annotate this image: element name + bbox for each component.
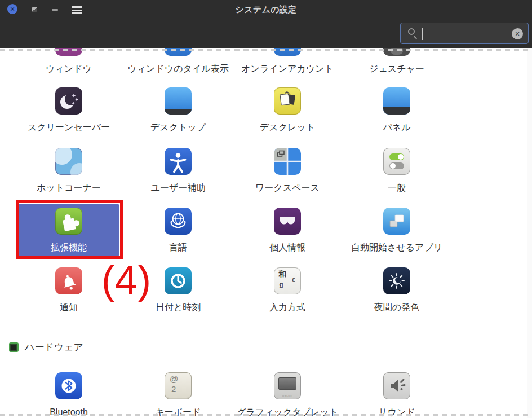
tile-label: デスクレット bbox=[260, 122, 315, 133]
toggle-on-glyph bbox=[389, 153, 404, 160]
search-box[interactable]: ✕ bbox=[400, 23, 529, 44]
tile-workspaces[interactable]: ワークスペース bbox=[233, 148, 342, 193]
tile-label: サウンド bbox=[378, 407, 415, 417]
section-divider bbox=[0, 335, 520, 335]
tile-label: 言語 bbox=[169, 242, 187, 253]
tile-desklets[interactable]: デスクレット bbox=[233, 87, 342, 133]
crop-marquee-bottom bbox=[0, 414, 532, 416]
desktop-icon bbox=[165, 87, 192, 115]
glyph-cjk: 和 bbox=[278, 270, 286, 280]
chip-icon bbox=[9, 342, 19, 352]
tile-online-accounts[interactable]: オンラインアカウント bbox=[233, 48, 342, 74]
panel-icon bbox=[383, 87, 410, 115]
glyph-greek: ε bbox=[292, 275, 295, 284]
tile-window-tiling[interactable]: ウィンドウのタイル表示 bbox=[123, 48, 233, 74]
tile-hot-corners[interactable]: ホットコーナー bbox=[14, 148, 123, 193]
titlebar: ✕ システムの設定 ✕ bbox=[0, 0, 532, 48]
tile-accessibility[interactable]: ユーザー補助 bbox=[123, 148, 233, 193]
tile-input-method[interactable]: 和 ม̃ ε 入力方式 bbox=[233, 267, 342, 313]
toggle-off-glyph bbox=[389, 162, 404, 169]
input-method-icon: 和 ม̃ ε bbox=[274, 267, 301, 294]
crop-marquee-top bbox=[0, 49, 532, 51]
scrollbar-track[interactable] bbox=[527, 48, 532, 418]
tile-desktop[interactable]: デスクトップ bbox=[123, 87, 233, 133]
tile-label: 個人情報 bbox=[269, 242, 305, 253]
tile-label: 夜間の発色 bbox=[374, 302, 419, 313]
hot-corners-icon bbox=[55, 148, 82, 175]
privacy-mask-icon bbox=[274, 208, 301, 235]
tile-panel[interactable]: パネル bbox=[342, 87, 451, 133]
tile-label: Bluetooth bbox=[50, 407, 88, 417]
tile-label: デスクトップ bbox=[150, 122, 206, 133]
clear-search-icon[interactable]: ✕ bbox=[512, 28, 523, 39]
general-icon bbox=[383, 148, 410, 175]
tile-label: スクリーンセーバー bbox=[28, 122, 110, 133]
screensaver-icon bbox=[55, 87, 82, 115]
tile-label: ウィンドウ bbox=[46, 63, 92, 74]
tile-windows[interactable]: ウィンドウ bbox=[14, 48, 123, 74]
tile-graphics-tablet[interactable]: wacom グラフィックタブレット bbox=[233, 372, 342, 417]
text-caret bbox=[422, 28, 423, 40]
tile-label: オンラインアカウント bbox=[241, 63, 334, 74]
glyph-thai: ม̃ bbox=[279, 280, 283, 291]
glyph-at: @ bbox=[170, 374, 178, 384]
graphics-tablet-icon: wacom bbox=[274, 372, 301, 399]
startup-apps-icon bbox=[383, 208, 410, 235]
settings-grid: ウィンドウ ウィンドウのタイル表示 オンラインアカウント ジェスチャー bbox=[0, 48, 532, 418]
languages-icon bbox=[165, 208, 192, 235]
tile-label: 一般 bbox=[388, 182, 406, 193]
desklets-icon bbox=[274, 87, 301, 115]
tile-label: キーボード bbox=[155, 407, 201, 417]
search-icon bbox=[408, 28, 415, 35]
tile-languages[interactable]: 言語 bbox=[123, 204, 233, 257]
tile-keyboard[interactable]: @ 2 キーボード bbox=[123, 372, 233, 417]
workspaces-icon bbox=[274, 148, 301, 175]
tile-privacy[interactable]: 個人情報 bbox=[233, 204, 342, 257]
tile-label: 通知 bbox=[60, 302, 78, 313]
tile-label: ワークスペース bbox=[255, 182, 320, 193]
tile-sound[interactable]: サウンド bbox=[342, 372, 451, 417]
accessibility-icon bbox=[165, 148, 192, 175]
keyboard-icon: @ 2 bbox=[165, 372, 192, 399]
glyph-2: 2 bbox=[171, 384, 176, 394]
hardware-section-header: ハードウェア bbox=[9, 341, 83, 354]
tile-label: グラフィックタブレット bbox=[237, 407, 338, 417]
tile-label: ウィンドウのタイル表示 bbox=[127, 63, 228, 74]
tile-label: 入力方式 bbox=[269, 302, 305, 313]
speaker-icon bbox=[383, 372, 410, 399]
tile-screensaver[interactable]: スクリーンセーバー bbox=[14, 87, 123, 133]
section-title: ハードウェア bbox=[25, 341, 83, 354]
tile-label: パネル bbox=[383, 122, 410, 133]
tile-label: 自動開始させるアプリ bbox=[351, 242, 442, 253]
search-input[interactable] bbox=[425, 24, 510, 43]
tile-general[interactable]: 一般 bbox=[342, 148, 451, 193]
tile-label: ユーザー補助 bbox=[151, 182, 206, 193]
tile-label: 日付と時刻 bbox=[156, 302, 201, 313]
window-title: システムの設定 bbox=[0, 5, 532, 15]
notifications-bell-icon bbox=[55, 267, 82, 294]
tile-night-light[interactable]: 夜間の発色 bbox=[342, 267, 451, 313]
tablet-screen bbox=[278, 377, 296, 390]
tile-label: ホットコーナー bbox=[37, 182, 101, 193]
annotation-highlight-rect bbox=[16, 200, 123, 259]
annotation-callout: (4) bbox=[101, 258, 151, 302]
tile-bluetooth[interactable]: Bluetooth bbox=[14, 372, 123, 417]
bluetooth-icon bbox=[55, 372, 82, 399]
tablet-brand-text: wacom bbox=[274, 394, 301, 397]
tile-gestures[interactable]: ジェスチャー bbox=[342, 48, 451, 74]
clock-icon bbox=[165, 267, 192, 294]
system-settings-window: ✕ システムの設定 ✕ ウィンドウ ウィンドウのタイル表示 bbox=[0, 0, 532, 418]
night-light-icon bbox=[383, 267, 410, 294]
tile-startup-apps[interactable]: 自動開始させるアプリ bbox=[342, 204, 451, 257]
tile-label: ジェスチャー bbox=[369, 63, 424, 74]
